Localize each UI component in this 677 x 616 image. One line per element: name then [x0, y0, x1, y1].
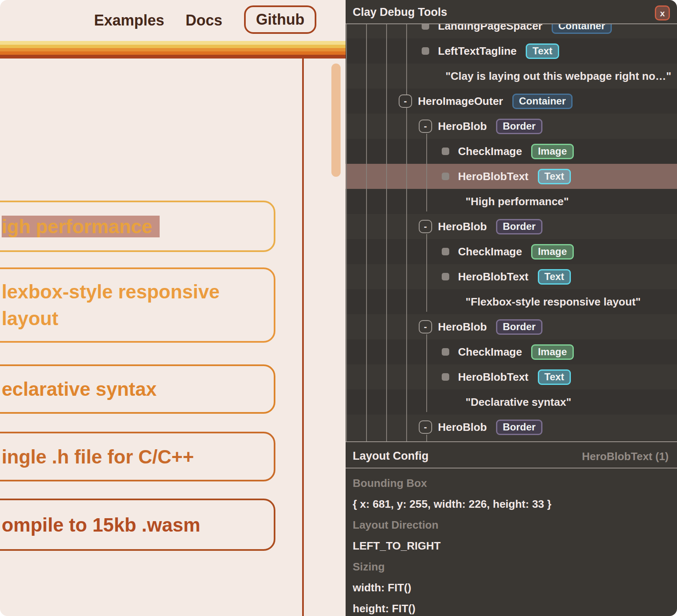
tree-row-HeroBlob[interactable]: -HeroBlobBorder [346, 314, 677, 339]
tree-row-CheckImage[interactable]: CheckImageImage [346, 339, 677, 364]
tree-row-LeftTextTagline[interactable]: LeftTextTaglineText [346, 38, 677, 64]
github-button[interactable]: Github [244, 5, 316, 34]
leaf-bullet-icon [422, 24, 429, 30]
tree-row-HeroBlob[interactable]: -HeroBlobBorder [346, 114, 677, 139]
leaf-bullet-icon [422, 47, 429, 55]
tree-row-HeroBlob[interactable]: -HeroBlobBorder [346, 415, 677, 440]
nav-link-docs[interactable]: Docs [186, 12, 222, 29]
element-text-content: "High performance" [466, 195, 569, 208]
element-type-badge: Container [552, 24, 612, 34]
collapse-toggle-icon[interactable]: - [399, 94, 412, 108]
element-type-badge: Border [496, 119, 542, 134]
page-vertical-divider [302, 59, 304, 616]
collapse-toggle-icon[interactable]: - [419, 320, 432, 333]
tree-row-CheckImage[interactable]: CheckImageImage [346, 239, 677, 264]
config-property-value: width: FIT() [353, 581, 411, 594]
page-scrollbar-thumb[interactable] [331, 64, 341, 177]
element-type-badge: Border [496, 219, 542, 234]
gradient-stripe [0, 45, 346, 48]
hero-feature-box: ingle .h file for C/C++ [0, 432, 275, 481]
nav-link-examples[interactable]: Examples [94, 12, 164, 29]
element-name: HeroBlob [438, 120, 487, 133]
hero-feature-text: ingle .h file for C/C++ [2, 443, 194, 470]
element-name: CheckImage [458, 346, 522, 359]
tree-row-text-preview[interactable]: "Flexbox-style responsive layout" [346, 289, 677, 314]
config-property-label: Layout Direction [353, 519, 438, 531]
element-type-badge: Image [531, 244, 573, 260]
config-property-value: height: FIT() [353, 602, 415, 615]
hero-feature-text: lexbox-style responsive layout [2, 278, 252, 332]
hero-feature-box: lexbox-style responsive layout [0, 267, 275, 343]
gradient-stripe [0, 55, 346, 59]
element-text-content: "Clay is laying out this webpage right n… [445, 70, 671, 83]
element-text-content: "Flexbox-style responsive layout" [466, 295, 641, 308]
element-type-badge: Image [531, 144, 573, 159]
collapse-toggle-icon[interactable]: - [419, 420, 432, 434]
element-type-badge: Border [496, 319, 542, 335]
gradient-stripe [0, 51, 346, 55]
tree-row-text-preview[interactable]: "Declarative syntax" [346, 389, 677, 415]
config-property-label: Sizing [353, 560, 385, 573]
hero-feature-text: ompile to 15kb .wasm [2, 512, 200, 538]
config-property-value: { x: 681, y: 255, width: 226, height: 33… [353, 498, 551, 510]
tree-row-text-preview[interactable]: "Clay is laying out this webpage right n… [346, 64, 677, 89]
collapse-toggle-icon[interactable]: - [419, 120, 432, 133]
layout-config-header: Layout Config HeroBlobText (1) [346, 442, 677, 468]
element-type-badge: Border [496, 420, 542, 435]
element-name: HeroBlobText [458, 170, 529, 183]
element-type-badge: Text [526, 43, 559, 59]
leaf-bullet-icon [442, 373, 449, 381]
tree-row-HeroBlob[interactable]: -HeroBlobBorder [346, 214, 677, 239]
element-type-badge: Container [512, 94, 573, 109]
collapse-toggle-icon[interactable]: - [419, 220, 432, 233]
close-button[interactable]: x [655, 5, 670, 20]
layout-config-title: Layout Config [353, 450, 428, 463]
element-name: HeroImageOuter [418, 95, 503, 108]
hero-feature-text: eclarative syntax [2, 376, 157, 402]
debug-panel-header: Clay Debug Tools x [346, 0, 677, 24]
element-name: CheckImage [458, 145, 522, 158]
leaf-bullet-icon [442, 248, 449, 255]
tree-row-LandingPageSpacer[interactable]: LandingPageSpacerContainer [346, 24, 677, 38]
element-type-badge: Text [538, 169, 571, 184]
tree-row-HeroBlobText[interactable]: HeroBlobTextText [346, 164, 677, 189]
leaf-bullet-icon [442, 148, 449, 155]
debug-selection-highlight: igh performance [2, 216, 160, 237]
config-property-label: Bounding Box [353, 477, 427, 489]
gradient-stripe [0, 41, 346, 45]
element-text-content: "Declarative syntax" [466, 396, 571, 409]
tree-row-HeroImageOuter[interactable]: -HeroImageOuterContainer [346, 89, 677, 114]
close-icon: x [660, 9, 665, 18]
github-button-label: Github [256, 11, 305, 28]
element-name: LeftTextTagline [438, 45, 517, 58]
screen: Examples Docs Github igh performancelexb… [0, 0, 677, 616]
clay-debug-panel: Clay Debug Tools x LandingPageSpacerCont… [346, 0, 677, 616]
tree-row-CheckImage[interactable]: CheckImageImage [346, 139, 677, 164]
layout-config-selected-element: HeroBlobText (1) [582, 450, 669, 463]
hero-feature-box: ompile to 15kb .wasm [0, 499, 275, 551]
tree-row-HeroBlobText[interactable]: HeroBlobTextText [346, 364, 677, 389]
element-name: CheckImage [458, 245, 522, 258]
element-type-badge: Text [538, 269, 571, 285]
element-name: LandingPageSpacer [438, 24, 542, 33]
element-tree: LandingPageSpacerContainerLeftTextTaglin… [346, 24, 677, 442]
hero-feature-text: igh performance [2, 213, 160, 240]
leaf-bullet-icon [442, 348, 449, 356]
hero-feature-box: eclarative syntax [0, 364, 275, 414]
tree-row-HeroBlobText[interactable]: HeroBlobTextText [346, 264, 677, 289]
element-name: HeroBlob [438, 321, 487, 333]
element-name: HeroBlob [438, 220, 487, 233]
element-type-badge: Text [538, 369, 571, 385]
gradient-stripe [0, 48, 346, 51]
element-name: HeroBlobText [458, 270, 529, 283]
leaf-bullet-icon [442, 173, 449, 180]
element-name: HeroBlob [438, 421, 487, 434]
config-property-value: LEFT_TO_RIGHT [353, 540, 440, 552]
debug-panel-title: Clay Debug Tools [353, 6, 447, 19]
tree-row-text-preview[interactable]: "High performance" [346, 189, 677, 214]
element-name: HeroBlobText [458, 371, 529, 384]
leaf-bullet-icon [442, 273, 449, 280]
element-type-badge: Image [531, 344, 573, 360]
hero-feature-box: igh performance [0, 201, 275, 252]
